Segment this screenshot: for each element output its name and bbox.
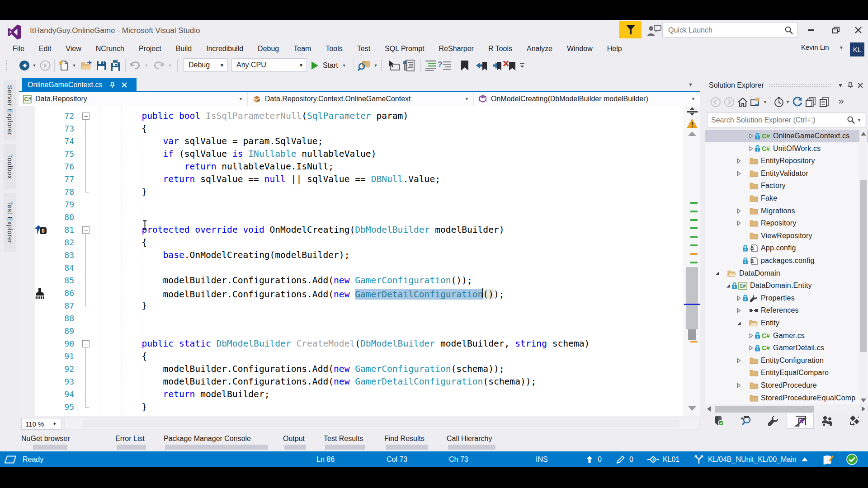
bookmark-button[interactable]: [458, 55, 472, 75]
changeset-label[interactable]: KL01: [663, 451, 679, 467]
close-button[interactable]: [848, 21, 868, 38]
toolbar-overflow[interactable]: [518, 55, 526, 75]
se-search-input[interactable]: [708, 116, 847, 124]
tree-item-storedprocedure[interactable]: StoredProcedure: [705, 379, 856, 392]
edits-count[interactable]: 0: [629, 451, 633, 467]
menu-item-incredibuild[interactable]: Incredibuild: [199, 43, 250, 54]
solution-explorer-search[interactable]: ▼: [707, 113, 865, 127]
tree-item-entityequalcompare[interactable]: EntityEqualCompare: [705, 366, 856, 379]
minimize-button[interactable]: [801, 21, 821, 38]
tree-item-datadomain[interactable]: DataDomain: [705, 267, 856, 280]
menu-item-r-tools[interactable]: R Tools: [481, 43, 519, 54]
menu-item-sql-prompt[interactable]: SQL Prompt: [377, 43, 431, 54]
previous-bookmark-button[interactable]: [473, 55, 488, 75]
fold-collapse-box-72[interactable]: –: [82, 113, 90, 120]
scrollbar-thumb[interactable]: [686, 267, 698, 329]
split-editor-handle[interactable]: [686, 107, 698, 117]
incoming-changes-count[interactable]: 0: [598, 451, 602, 467]
scroll-up-arrow[interactable]: [688, 131, 696, 136]
menu-item-project[interactable]: Project: [132, 43, 169, 54]
expander-collapsed-icon[interactable]: [735, 308, 742, 313]
se-switch-views-button[interactable]: ▼: [750, 95, 768, 109]
publish-icon[interactable]: [823, 451, 834, 467]
se-vertical-scrollbar[interactable]: [859, 130, 867, 404]
user-dropdown-arrow-icon[interactable]: ▼: [839, 45, 844, 50]
expander-collapsed-icon[interactable]: [747, 133, 755, 139]
scroll-down-arrow[interactable]: [688, 406, 696, 411]
navigate-backward-button[interactable]: [18, 55, 31, 75]
fold-collapse-box-81[interactable]: –: [82, 226, 90, 234]
panel-options-dropdown[interactable]: ▼: [835, 82, 845, 89]
se-back-button[interactable]: [709, 95, 722, 109]
panel-pin-icon[interactable]: [845, 82, 855, 89]
expander-expanded-icon[interactable]: [713, 271, 721, 276]
bottom-tab-package-manager-console[interactable]: Package Manager Console: [164, 435, 268, 450]
menu-item-ncrunch[interactable]: NCrunch: [89, 43, 132, 54]
tree-item-viewrepository[interactable]: ViewRepository: [705, 230, 856, 242]
menu-item-test[interactable]: Test: [350, 43, 377, 54]
se-scroll-up-arrow[interactable]: [861, 132, 866, 136]
bottom-tab-output[interactable]: Output: [283, 435, 306, 450]
tree-item-app-config[interactable]: App.config: [705, 242, 856, 254]
expander-collapsed-icon[interactable]: [735, 383, 742, 388]
clear-bookmarks-button[interactable]: [502, 55, 517, 75]
menu-item-edit[interactable]: Edit: [32, 43, 59, 54]
menu-item-resharper[interactable]: ReSharper: [432, 43, 481, 54]
tree-item-packages-config[interactable]: packages.config: [705, 254, 856, 267]
expander-collapsed-icon[interactable]: [735, 171, 742, 176]
se-home-button[interactable]: [736, 95, 750, 109]
se-scroll-down-arrow[interactable]: [861, 399, 866, 402]
solution-explorer-header[interactable]: Solution Explorer ▼: [705, 78, 868, 93]
bottom-tab-error-list[interactable]: Error List: [115, 435, 146, 450]
expander-collapsed-icon[interactable]: [735, 358, 742, 363]
menu-item-build[interactable]: Build: [169, 43, 199, 54]
quick-launch-search[interactable]: [662, 23, 798, 38]
tree-item-entity[interactable]: Entity: [705, 317, 856, 329]
navigate-backward-dropdown[interactable]: ▼: [31, 55, 38, 75]
se-sync-active-document-button[interactable]: ▼: [773, 95, 791, 109]
find-dropdown[interactable]: ▼: [372, 55, 379, 75]
bottom-tab-nuget-browser[interactable]: NuGet browser: [21, 435, 70, 450]
se-refresh-button[interactable]: [791, 95, 804, 109]
tree-item-references[interactable]: References: [705, 304, 856, 317]
expander-collapsed-icon[interactable]: [735, 296, 742, 301]
tree-item-entityconfiguration[interactable]: EntityConfiguration: [705, 354, 856, 367]
branch-icon[interactable]: [693, 451, 704, 467]
tree-item-entityvalidator[interactable]: EntityValidator: [705, 167, 856, 180]
pin-icon[interactable]: [109, 82, 115, 88]
tool-tab-wrench[interactable]: [760, 413, 787, 428]
status-insert-mode[interactable]: INS: [536, 451, 548, 467]
user-name[interactable]: Kevin Lin: [801, 43, 829, 51]
tab-list-dropdown[interactable]: ▼: [688, 82, 693, 87]
status-column[interactable]: Col 73: [387, 451, 407, 467]
document-tab[interactable]: OnlineGameContext.cs: [22, 78, 137, 91]
tree-item-datadomain-entity[interactable]: C#DataDomain.Entity: [705, 279, 856, 292]
save-all-button[interactable]: [108, 55, 123, 75]
quick-launch-input[interactable]: [663, 26, 784, 34]
bottom-tab-find-results[interactable]: Find Results: [384, 435, 428, 450]
expander-collapsed-icon[interactable]: [747, 146, 755, 151]
expander-collapsed-icon[interactable]: [747, 333, 755, 338]
panel-splitter[interactable]: [700, 75, 705, 433]
file-health-warning-icon[interactable]: [687, 119, 698, 128]
navigate-forward-button[interactable]: [39, 55, 52, 75]
panel-close-icon[interactable]: [855, 83, 865, 88]
feedback-icon[interactable]: [646, 24, 662, 36]
redo-button[interactable]: [152, 55, 165, 75]
nav-type-dropdown[interactable]: Data.Repository.Context.OnlineGameContex…: [248, 92, 474, 106]
side-tab-toolbox[interactable]: Toolbox: [4, 144, 16, 189]
se-hscrollbar-thumb[interactable]: [715, 406, 814, 413]
expander-expanded-icon[interactable]: [735, 321, 742, 326]
tree-item-factory[interactable]: Factory: [705, 179, 856, 192]
tool-tab-class-diagram[interactable]: [841, 413, 868, 428]
branch-collapse-arrow[interactable]: [802, 451, 808, 467]
format-help-button[interactable]: ?: [437, 55, 452, 75]
side-tab-test-explorer[interactable]: Test Explorer: [4, 193, 16, 252]
undo-dropdown[interactable]: ▼: [143, 55, 150, 75]
broom-icon[interactable]: [34, 288, 46, 300]
incoming-changes-icon[interactable]: [586, 451, 593, 467]
se-scroll-left-arrow[interactable]: [707, 406, 711, 412]
navigate-to-button[interactable]: [387, 55, 401, 75]
solution-configuration-dropdown[interactable]: Debug▼: [184, 58, 228, 72]
menu-item-window[interactable]: Window: [560, 43, 600, 54]
